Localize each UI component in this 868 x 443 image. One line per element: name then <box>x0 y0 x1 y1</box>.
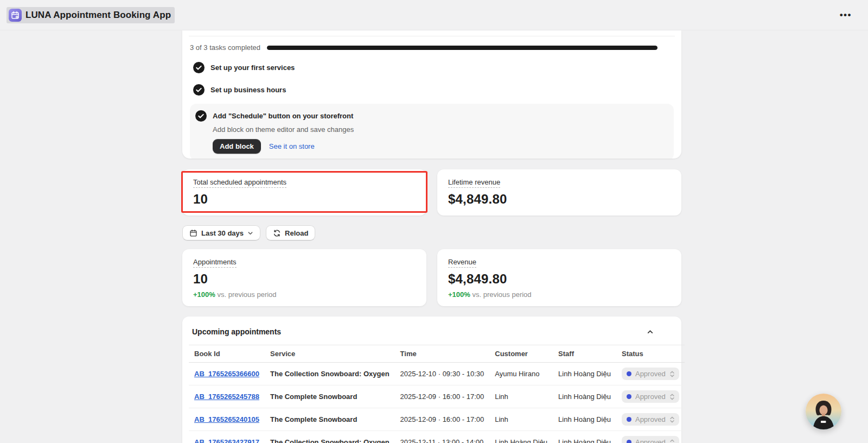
date-range-label: Last 30 days <box>201 229 244 237</box>
stat-value: 10 <box>193 192 416 207</box>
status-dot-icon <box>627 371 631 376</box>
book-id-cell: AB_1765265240105 <box>189 408 265 431</box>
total-scheduled-appointments-card: Total scheduled appointments 10 <box>182 169 426 216</box>
time-cell: 2025-12-09 · 16:00 - 17:00 <box>395 385 490 408</box>
select-caret-icon <box>669 393 675 401</box>
column-header-time: Time <box>395 345 490 363</box>
book-id-cell: AB_1765265366600 <box>189 363 265 385</box>
appointments-table: Book IdServiceTimeCustomerStaffStatus AB… <box>189 345 685 443</box>
period-stats-row: Appointments 10 +100% vs. previous perio… <box>182 249 681 306</box>
stat-title: Appointments <box>193 258 237 268</box>
status-label: Approved <box>635 370 666 378</box>
status-cell: Approved <box>616 431 685 443</box>
stat-delta: +100% vs. previous period <box>448 290 671 299</box>
task-item-schedule-button: Add "Schedule" button on your storefront… <box>190 104 674 159</box>
book-id-link[interactable]: AB_1765263427917 <box>194 438 259 443</box>
status-cell: Approved <box>616 408 685 431</box>
column-header-book-id: Book Id <box>189 345 265 363</box>
customer-cell: Linh Hoàng Diệu <box>489 431 553 443</box>
main-content: 3 of 3 tasks completed Set up your first… <box>182 30 681 443</box>
check-circle-icon <box>193 84 205 96</box>
service-cell: The Complete Snowboard <box>265 408 395 431</box>
status-select[interactable]: Approved <box>622 436 679 443</box>
time-cell: 2025-12-10 · 09:30 - 10:30 <box>395 363 490 385</box>
status-label: Approved <box>635 438 666 443</box>
book-id-cell: AB_1765265245788 <box>189 385 265 408</box>
task-label: Set up business hours <box>210 86 286 94</box>
staff-cell: Linh Hoàng Diệu <box>553 431 616 443</box>
table-header-bar: Upcoming appointments <box>189 325 675 338</box>
stat-title: Lifetime revenue <box>448 178 500 188</box>
table-row: AB_1765265240105The Complete Snowboard20… <box>189 408 685 431</box>
check-circle-icon <box>195 110 207 122</box>
appointments-stat-card: Appointments 10 +100% vs. previous perio… <box>182 249 426 306</box>
task-label: Set up your first services <box>210 64 295 72</box>
lifetime-revenue-card: Lifetime revenue $4,849.80 <box>437 169 681 216</box>
book-id-link[interactable]: AB_1765265366600 <box>194 370 259 378</box>
table-row: AB_1765265245788The Complete Snowboard20… <box>189 385 685 408</box>
appointments-table-body: AB_1765265366600The Collection Snowboard… <box>189 363 685 443</box>
staff-cell: Linh Hoàng Diệu <box>553 408 616 431</box>
section-title: Upcoming appointments <box>192 327 281 336</box>
filter-row: Last 30 days Reload <box>182 225 681 241</box>
task-description: Add block on theme editor and save chang… <box>213 125 668 134</box>
presenter-video-bubble[interactable] <box>806 394 841 429</box>
reload-button[interactable]: Reload <box>266 225 315 241</box>
calendar-icon <box>189 229 197 237</box>
see-it-on-store-link[interactable]: See it on store <box>269 142 315 150</box>
reload-icon <box>273 229 281 237</box>
task-label: Add "Schedule" button on your storefront <box>213 112 353 120</box>
table-row: AB_1765263427917The Collection Snowboard… <box>189 431 685 443</box>
presenter-avatar <box>806 394 841 429</box>
task-header[interactable]: Add "Schedule" button on your storefront <box>195 110 668 122</box>
status-label: Approved <box>635 393 666 401</box>
progress-label: 3 of 3 tasks completed <box>190 43 260 52</box>
status-select[interactable]: Approved <box>622 390 679 403</box>
stat-value: $4,849.80 <box>448 271 671 287</box>
page-title: LUNA Appointment Booking App <box>25 10 171 21</box>
top-bar: LUNA Appointment Booking App ••• <box>0 0 868 30</box>
chevron-down-icon <box>247 230 253 236</box>
delta-suffix: vs. previous period <box>472 290 531 299</box>
status-select[interactable]: Approved <box>622 413 679 426</box>
column-header-staff: Staff <box>553 345 616 363</box>
status-dot-icon <box>627 394 631 399</box>
task-item-services[interactable]: Set up your first services <box>189 61 675 74</box>
column-header-customer: Customer <box>489 345 553 363</box>
stat-value: 10 <box>193 271 416 287</box>
table-row: AB_1765265366600The Collection Snowboard… <box>189 363 685 385</box>
app-logo-icon <box>9 9 22 22</box>
appointments-table-head: Book IdServiceTimeCustomerStaffStatus <box>189 345 685 363</box>
top-stats-row: Total scheduled appointments 10 Lifetime… <box>182 169 681 216</box>
add-block-button[interactable]: Add block <box>213 139 261 154</box>
select-caret-icon <box>669 416 675 423</box>
overflow-menu-icon[interactable]: ••• <box>840 10 852 20</box>
task-item-business-hours[interactable]: Set up business hours <box>189 83 675 96</box>
customer-cell: Linh <box>489 385 553 408</box>
delta-percent: +100% <box>193 290 215 299</box>
book-id-link[interactable]: AB_1765265240105 <box>194 415 259 423</box>
setup-progress: 3 of 3 tasks completed <box>189 43 675 52</box>
stat-title: Total scheduled appointments <box>193 178 286 188</box>
select-caret-icon <box>669 439 675 443</box>
column-header-status: Status <box>616 345 685 363</box>
upcoming-appointments-card: Upcoming appointments Book IdServiceTime… <box>182 317 681 443</box>
book-id-link[interactable]: AB_1765265245788 <box>194 393 259 401</box>
app-title-highlight: LUNA Appointment Booking App <box>7 7 175 23</box>
time-cell: 2025-12-09 · 16:00 - 17:00 <box>395 408 490 431</box>
date-range-button[interactable]: Last 30 days <box>182 225 260 241</box>
time-cell: 2025-12-11 · 13:00 - 14:00 <box>395 431 490 443</box>
task-actions: Add block See it on store <box>213 139 668 154</box>
customer-cell: Ayumu Hirano <box>489 363 553 385</box>
revenue-stat-card: Revenue $4,849.80 +100% vs. previous per… <box>437 249 681 306</box>
service-cell: The Complete Snowboard <box>265 385 395 408</box>
collapse-section-button[interactable] <box>643 325 656 338</box>
header-row: Book IdServiceTimeCustomerStaffStatus <box>189 345 685 363</box>
status-cell: Approved <box>616 363 685 385</box>
status-select[interactable]: Approved <box>622 368 679 380</box>
status-dot-icon <box>627 440 631 443</box>
progress-bar <box>267 46 658 50</box>
check-circle-icon <box>193 62 205 73</box>
setup-guide-card: 3 of 3 tasks completed Set up your first… <box>182 30 681 159</box>
staff-cell: Linh Hoàng Diệu <box>553 363 616 385</box>
